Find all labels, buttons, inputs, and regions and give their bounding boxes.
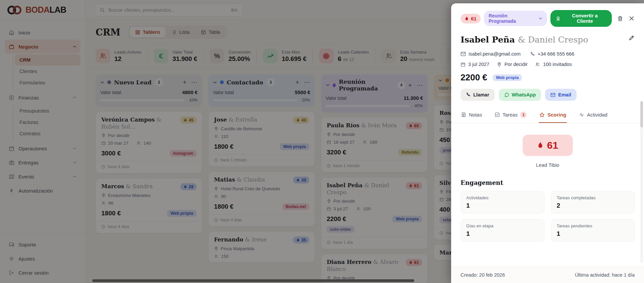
score-value: 61 [547, 140, 558, 151]
source-tag: Web propia [493, 74, 522, 81]
whatsapp-button[interactable]: WhatsApp [499, 89, 541, 101]
flame-icon [465, 16, 469, 21]
engagement-stat: Tareas pendientes 1 [551, 219, 635, 242]
lead-score-badge: 61 [461, 14, 481, 23]
tab-tareas[interactable]: Tareas1 [494, 108, 527, 123]
last-activity: Última actividad: hace 1 día [575, 272, 635, 278]
tab-actividad[interactable]: Actividad [578, 108, 608, 123]
scrollbar-thumb[interactable] [640, 101, 643, 127]
stat-label: Tareas completadas [557, 195, 629, 200]
tab-badge: 1 [520, 112, 527, 118]
activity-icon [579, 113, 584, 117]
event-guests: 100 invitados [535, 62, 572, 67]
panel-tabs: Notas Tareas1 Scoring Actividad [451, 108, 644, 123]
event-location: Por decidir [497, 62, 528, 67]
calendar-icon [461, 62, 466, 67]
edit-pencil-icon[interactable] [629, 35, 635, 41]
score-display: 61 [523, 135, 573, 156]
panel-footer: Creado: 20 feb 2026 Última actividad: ha… [451, 267, 644, 283]
close-icon[interactable] [629, 15, 635, 21]
lead-title: Isabel Peña & Daniel Crespo [461, 35, 588, 45]
stat-label: Días en etapa [466, 223, 539, 228]
panel-scrollbar[interactable] [640, 101, 643, 263]
lead-phone[interactable]: +34 666 555 666 [530, 51, 574, 57]
mail-icon [461, 52, 466, 56]
email-button[interactable]: Email [545, 89, 577, 101]
stat-label: Actividades [466, 195, 539, 200]
tab-notas[interactable]: Notas [461, 108, 483, 123]
lead-email[interactable]: isabel.pena@gmail.com [461, 51, 521, 57]
engagement-stat: Días en etapa 1 [461, 219, 544, 242]
flame-icon [537, 141, 544, 149]
phone-icon [466, 92, 471, 97]
stat-value: 1 [466, 202, 539, 209]
engagement-stat: Actividades 1 [461, 191, 544, 214]
people-icon [535, 62, 540, 67]
convert-to-client-button[interactable]: Convertir a Cliente [550, 10, 612, 27]
score-level: Lead Tibio [461, 162, 635, 168]
call-button[interactable]: Llamar [461, 89, 495, 101]
contact-row: isabel.pena@gmail.com +34 666 555 666 [461, 51, 635, 57]
tab-scoring[interactable]: Scoring [539, 108, 567, 123]
lead-detail-panel: 61 Reunión Programada Convertir a Client… [451, 3, 644, 283]
event-date: 3 jul 2027 [461, 62, 489, 67]
stat-label: Tareas pendientes [557, 223, 629, 228]
engagement-grid: Actividades 1 Tareas completadas 2 Días … [461, 191, 635, 242]
engagement-stat: Tareas completadas 2 [551, 191, 635, 214]
mail-icon [550, 93, 555, 97]
chevron-down-icon [539, 17, 542, 20]
engagement-title: Engagement [461, 179, 635, 186]
panel-header: 61 Reunión Programada Convertir a Client… [461, 10, 635, 27]
whatsapp-icon [504, 92, 509, 97]
event-row: 3 jul 2027 Por decidir 100 invitados [461, 62, 635, 67]
task-icon [495, 112, 500, 117]
created-date: Creado: 20 feb 2026 [461, 272, 505, 278]
medal-icon [556, 16, 560, 21]
quick-actions: Llamar WhatsApp Email [461, 89, 635, 101]
lead-price: 2200 € [461, 72, 487, 83]
stat-value: 2 [557, 202, 629, 209]
star-icon [539, 112, 545, 118]
phone-icon [530, 52, 535, 57]
note-icon [461, 112, 466, 117]
stat-value: 1 [466, 230, 539, 237]
delete-button[interactable] [617, 15, 623, 22]
stat-value: 1 [557, 230, 629, 237]
pin-icon [497, 62, 502, 67]
stage-select[interactable]: Reunión Programada [484, 11, 547, 26]
